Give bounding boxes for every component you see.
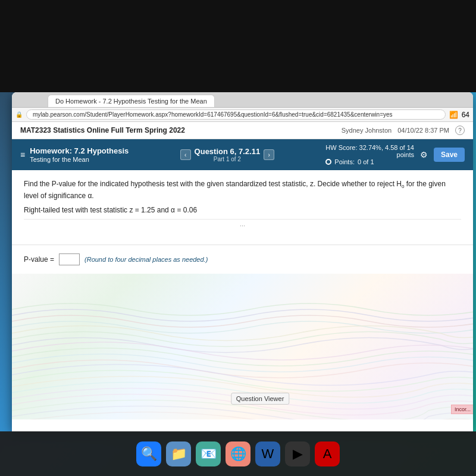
question-detail: Right-tailed test with test statistic z … xyxy=(24,206,461,214)
points-value: 0 of 1 xyxy=(358,158,374,165)
browser-window: Do Homework - 7.2 Hypothesis Testing for… xyxy=(12,92,473,431)
hw-title-block: Homework: 7.2 Hypothesis Testing for the… xyxy=(30,146,129,164)
wavy-background: Question Viewer Incor... xyxy=(12,274,473,419)
question-viewer-tooltip: Question Viewer xyxy=(231,393,290,405)
question-area: Find the P-value for the indicated hypot… xyxy=(12,170,473,245)
round-note: (Round to four decimal places as needed.… xyxy=(84,256,208,263)
hw-name-1: 7.2 Hypothesis xyxy=(74,146,129,155)
dock-icon-acrobat[interactable]: A xyxy=(315,441,340,466)
points-row: Points: 0 of 1 xyxy=(325,158,414,165)
pvalue-label: P-value = xyxy=(24,255,54,264)
settings-button[interactable]: ⚙ xyxy=(420,150,428,159)
dock-icon-finder[interactable]: 🔍 xyxy=(136,441,161,466)
question-info: Question 6, 7.2.11 Part 1 of 2 xyxy=(195,147,261,162)
page-content: MAT2323 Statistics Online Full Term Spri… xyxy=(12,122,473,419)
dock-icon-mail[interactable]: 📧 xyxy=(196,441,221,466)
hw-title: Homework: 7.2 Hypothesis xyxy=(30,146,129,156)
answer-input[interactable] xyxy=(59,253,80,265)
address-bar-row: 🔒 mylab.pearson.com/Student/PlayerHomewo… xyxy=(12,108,473,122)
date-time: 04/10/22 8:37 PM xyxy=(397,127,449,134)
points-label: Points: xyxy=(334,158,355,165)
wifi-icon: 📶 xyxy=(449,111,458,119)
hw-score-text: HW Score: 32.74%, 4.58 of 14 xyxy=(325,144,414,151)
address-bar[interactable]: mylab.pearson.com/Student/PlayerHomework… xyxy=(26,109,446,120)
dock-icon-word[interactable]: W xyxy=(255,441,280,466)
hw-center: ‹ Question 6, 7.2.11 Part 1 of 2 › xyxy=(180,147,275,162)
hw-score-unit: points xyxy=(325,151,414,158)
page-header: MAT2323 Statistics Online Full Term Spri… xyxy=(12,122,473,139)
active-tab[interactable]: Do Homework - 7.2 Hypothesis Testing for… xyxy=(48,95,215,107)
hw-score-block: HW Score: 32.74%, 4.58 of 14 points Poin… xyxy=(325,144,414,165)
lock-icon: 🔒 xyxy=(15,111,23,118)
radio-circle xyxy=(325,159,331,165)
separator: ··· xyxy=(24,219,461,231)
question-part: Part 1 of 2 xyxy=(195,156,261,162)
hw-score-label: HW Score: xyxy=(325,144,357,151)
dock-icon-browser[interactable]: 🌐 xyxy=(226,441,250,466)
save-button[interactable]: Save xyxy=(434,148,465,162)
help-circle-icon[interactable]: ? xyxy=(455,126,465,135)
answer-area: P-value = (Round to four decimal places … xyxy=(12,245,473,274)
battery-icon: 64 xyxy=(462,111,469,119)
desktop: Do Homework - 7.2 Hypothesis Testing for… xyxy=(0,0,476,476)
dock: 🔍 📁 📧 🌐 W ▶ A xyxy=(0,431,476,476)
hw-right: HW Score: 32.74%, 4.58 of 14 points Poin… xyxy=(325,144,465,165)
next-question-button[interactable]: › xyxy=(264,149,274,160)
top-black-bar xyxy=(0,0,476,92)
browser-tab-bar: Do Homework - 7.2 Hypothesis Testing for… xyxy=(12,92,473,108)
tab-title: Do Homework - 7.2 Hypothesis Testing for… xyxy=(55,98,207,105)
dock-icon-play[interactable]: ▶ xyxy=(285,441,310,466)
hw-subtitle: Testing for the Mean xyxy=(30,156,129,163)
hw-score-value: 32.74%, 4.58 of 14 xyxy=(359,144,414,151)
dock-icon-files[interactable]: 📁 xyxy=(166,441,191,466)
question-number: Question 6, 7.2.11 xyxy=(195,147,261,156)
incorrect-label: Incor... xyxy=(451,405,473,414)
instructions-text: Find the P-value for the indicated hypot… xyxy=(24,180,402,188)
homework-header: ≡ Homework: 7.2 Hypothesis Testing for t… xyxy=(12,139,473,170)
course-title: MAT2323 Statistics Online Full Term Spri… xyxy=(20,126,185,134)
prev-question-button[interactable]: ‹ xyxy=(180,149,191,160)
hw-label: Homework: xyxy=(30,146,72,155)
hw-left: ≡ Homework: 7.2 Hypothesis Testing for t… xyxy=(20,146,129,164)
hamburger-icon[interactable]: ≡ xyxy=(20,150,25,159)
user-name: Sydney Johnston xyxy=(342,127,392,134)
user-info: Sydney Johnston 04/10/22 8:37 PM ? xyxy=(342,126,465,135)
question-instructions: Find the P-value for the indicated hypot… xyxy=(24,178,461,201)
